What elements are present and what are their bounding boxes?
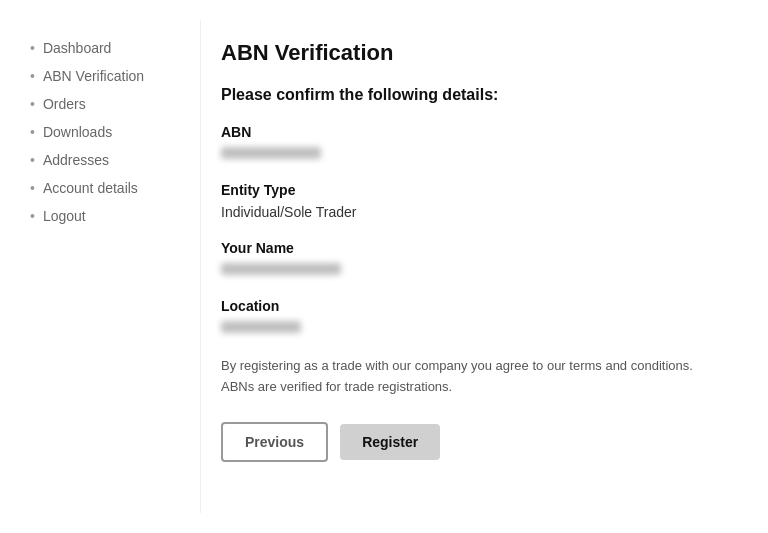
sidebar-item-dashboard[interactable]: Dashboard — [30, 40, 180, 56]
field-abn: ABN — [221, 124, 728, 162]
abn-value-blurred — [221, 147, 321, 159]
button-group: Previous Register — [221, 422, 728, 462]
name-value-blurred — [221, 263, 341, 275]
field-your-name: Your Name — [221, 240, 728, 278]
field-label-location: Location — [221, 298, 728, 314]
sidebar-link-account-details[interactable]: Account details — [43, 180, 138, 196]
confirm-heading: Please confirm the following details: — [221, 86, 728, 104]
sidebar-item-abn-verification[interactable]: ABN Verification — [30, 68, 180, 84]
field-label-entity-type: Entity Type — [221, 182, 728, 198]
entity-type-value: Individual/Sole Trader — [221, 204, 728, 220]
previous-button[interactable]: Previous — [221, 422, 328, 462]
sidebar-link-abn-verification[interactable]: ABN Verification — [43, 68, 144, 84]
sidebar-link-downloads[interactable]: Downloads — [43, 124, 112, 140]
page-container: Dashboard ABN Verification Orders Downlo… — [0, 0, 768, 533]
field-entity-type: Entity Type Individual/Sole Trader — [221, 182, 728, 220]
field-label-your-name: Your Name — [221, 240, 728, 256]
terms-text: By registering as a trade with our compa… — [221, 356, 701, 398]
sidebar-link-orders[interactable]: Orders — [43, 96, 86, 112]
location-value-blurred — [221, 321, 301, 333]
register-button[interactable]: Register — [340, 424, 440, 460]
sidebar-item-account-details[interactable]: Account details — [30, 180, 180, 196]
field-label-abn: ABN — [221, 124, 728, 140]
sidebar-item-orders[interactable]: Orders — [30, 96, 180, 112]
sidebar: Dashboard ABN Verification Orders Downlo… — [0, 20, 200, 513]
sidebar-link-dashboard[interactable]: Dashboard — [43, 40, 112, 56]
sidebar-item-addresses[interactable]: Addresses — [30, 152, 180, 168]
sidebar-item-downloads[interactable]: Downloads — [30, 124, 180, 140]
sidebar-link-addresses[interactable]: Addresses — [43, 152, 109, 168]
sidebar-link-logout[interactable]: Logout — [43, 208, 86, 224]
sidebar-item-logout[interactable]: Logout — [30, 208, 180, 224]
page-title: ABN Verification — [221, 40, 728, 66]
field-location: Location — [221, 298, 728, 336]
sidebar-nav: Dashboard ABN Verification Orders Downlo… — [30, 40, 180, 224]
main-content: ABN Verification Please confirm the foll… — [200, 20, 768, 513]
